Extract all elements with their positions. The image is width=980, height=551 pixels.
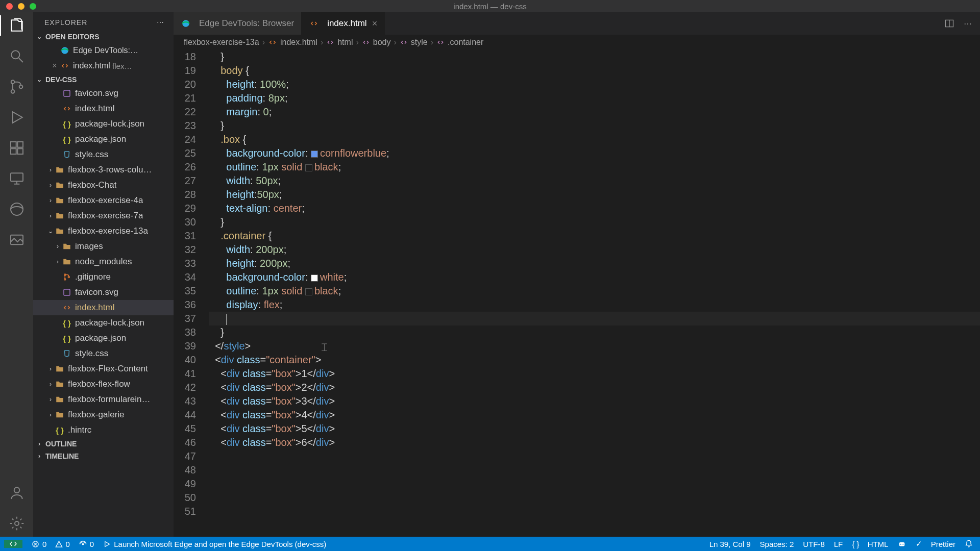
remote-indicator[interactable] (4, 540, 22, 548)
tree-item[interactable]: { }.hintrc (33, 422, 174, 438)
problems-item[interactable]: 0 0 (32, 540, 70, 548)
code-line[interactable]: width: 200px; (209, 243, 980, 257)
code-line[interactable]: outline: 1px solid black; (209, 284, 980, 298)
extensions-icon[interactable] (0, 140, 33, 156)
remote-explorer-icon[interactable] (0, 170, 33, 187)
tree-item[interactable]: index.html (33, 101, 174, 116)
tree-item[interactable]: ›flexbox-3-rows-colu… (33, 162, 174, 178)
tree-item[interactable]: ›flexbox-Chat (33, 178, 174, 193)
code-line[interactable]: padding: 8px; (209, 91, 980, 105)
code-line[interactable]: outline: 1px solid black; (209, 160, 980, 174)
code-editor[interactable]: 1819202122232425262728293031323334353637… (174, 50, 980, 537)
ports-item[interactable]: 0 (79, 540, 94, 548)
tree-item[interactable]: ›flexbox-flex-flow (33, 377, 174, 392)
tree-item[interactable]: ⌄flexbox-exercise-13a (33, 223, 174, 239)
open-editor-item[interactable]: ×index.html flex… (33, 58, 174, 73)
gallery-icon[interactable] (0, 232, 33, 248)
code-line[interactable]: .box { (209, 133, 980, 146)
timeline-header[interactable]: ›TIMELINE (33, 450, 174, 462)
run-debug-icon[interactable] (0, 109, 33, 126)
zoom-dot[interactable] (30, 3, 36, 10)
indent-item[interactable]: Spaces: 2 (760, 540, 794, 548)
tree-item[interactable]: { }package.json (33, 132, 174, 147)
breadcrumb-item[interactable]: flexbox-exercise-13a (184, 38, 259, 47)
open-editors-header[interactable]: ⌄OPEN EDITORS (33, 31, 174, 43)
editor-tab[interactable]: index.html× (302, 12, 385, 35)
code-line[interactable]: background-color: white; (209, 270, 980, 284)
code-line[interactable]: text-align: center; (209, 202, 980, 215)
copilot-icon[interactable] (897, 539, 906, 548)
breadcrumb-item[interactable]: .container (436, 38, 483, 47)
close-icon[interactable]: × (372, 18, 378, 29)
tree-item[interactable]: ›flexbox-formularein… (33, 392, 174, 407)
code-line[interactable]: } (209, 325, 980, 339)
code-line[interactable]: <div class="box">5</div> (209, 422, 980, 436)
minimize-dot[interactable] (18, 3, 24, 10)
tree-item[interactable]: ›flexbox-exercise-4a (33, 193, 174, 208)
breadcrumb-item[interactable]: html (326, 38, 353, 47)
code-line[interactable]: } (209, 215, 980, 229)
open-editor-item[interactable]: Edge DevTools:… (33, 43, 174, 58)
code-line[interactable]: <div class="box">1</div> (209, 367, 980, 381)
code-line[interactable]: display: flex; (209, 298, 980, 312)
split-editor-icon[interactable] (944, 18, 954, 29)
language-mode[interactable]: { } HTML (852, 540, 888, 548)
workspace-header[interactable]: ⌄DEV-CSS (33, 73, 174, 86)
prettier-item[interactable]: ✓ Prettier (916, 539, 955, 548)
accounts-icon[interactable] (0, 485, 33, 501)
code-line[interactable]: <div class="box">2</div> (209, 381, 980, 394)
tree-item[interactable]: favicon.svg (33, 285, 174, 300)
code-line[interactable]: width: 50px; (209, 174, 980, 188)
breadcrumb-item[interactable]: index.html (268, 38, 317, 47)
code-line[interactable]: } (209, 50, 980, 64)
code-line[interactable]: <div class="container"> (209, 353, 980, 367)
tree-item[interactable]: ›images (33, 239, 174, 254)
tree-item[interactable]: style.css (33, 147, 174, 162)
code-line[interactable]: <div class="box">3</div> (209, 394, 980, 408)
tree-item[interactable]: { }package-lock.json (33, 116, 174, 132)
tree-item[interactable]: index.html (33, 300, 174, 315)
edge-icon (181, 18, 191, 29)
code-line[interactable]: height: 100%; (209, 78, 980, 91)
eol-item[interactable]: LF (834, 540, 843, 548)
code-line[interactable] (209, 312, 980, 325)
tree-item[interactable]: favicon.svg (33, 86, 174, 101)
encoding-item[interactable]: UTF-8 (803, 540, 825, 548)
tree-item[interactable]: ›node_modules (33, 254, 174, 269)
tree-item[interactable]: ›flexbox-Flex-Content (33, 361, 174, 377)
outline-header[interactable]: ›OUTLINE (33, 438, 174, 450)
code-line[interactable]: .container { (209, 229, 980, 243)
code-line[interactable]: height:50px; (209, 188, 980, 202)
code-line[interactable]: body { (209, 64, 980, 78)
tree-item[interactable]: ›flexbox-exercise-7a (33, 208, 174, 223)
code-line[interactable]: <div class="box">6</div> (209, 436, 980, 449)
tree-item[interactable]: { }package-lock.json (33, 315, 174, 331)
activity-bar (0, 12, 33, 537)
tree-item[interactable]: ›flexbox-galerie (33, 407, 174, 422)
more-actions-icon[interactable]: ⋯ (964, 19, 972, 29)
launch-edge-item[interactable]: Launch Microsoft Edge and open the Edge … (103, 540, 326, 548)
tree-item[interactable]: style.css (33, 346, 174, 361)
cursor-position[interactable]: Ln 39, Col 9 (709, 540, 751, 548)
code-line[interactable]: <div class="box">4</div> (209, 408, 980, 422)
source-control-icon[interactable] (0, 79, 33, 95)
code-line[interactable]: background-color: cornflowerblue; (209, 146, 980, 160)
tree-item[interactable]: .gitignore (33, 269, 174, 285)
explorer-icon[interactable] (0, 17, 33, 34)
search-icon[interactable] (0, 48, 33, 64)
tree-item[interactable]: { }package.json (33, 331, 174, 346)
code-line[interactable]: } (209, 119, 980, 133)
edge-tools-icon[interactable] (0, 201, 33, 217)
code-line[interactable]: height: 200px; (209, 257, 980, 270)
settings-gear-icon[interactable] (0, 515, 33, 532)
code-line[interactable]: </style> (209, 339, 980, 353)
breadcrumb-item[interactable]: body (362, 38, 391, 47)
folder-icon (62, 241, 72, 252)
close-dot[interactable] (6, 3, 13, 10)
notifications-icon[interactable] (965, 540, 973, 548)
code-line[interactable]: margin: 0; (209, 105, 980, 119)
editor-tab[interactable]: Edge DevTools: Browser (174, 12, 302, 35)
sidebar-more-icon[interactable]: ⋯ (157, 18, 164, 27)
breadcrumb[interactable]: flexbox-exercise-13a›index.html›html›bod… (174, 35, 980, 50)
breadcrumb-item[interactable]: style (400, 38, 428, 47)
